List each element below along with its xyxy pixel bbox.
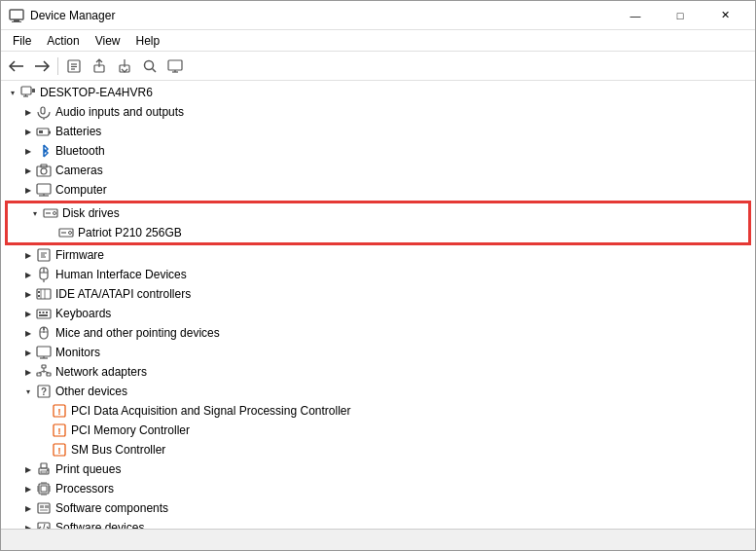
svg-rect-18: [41, 107, 45, 114]
pci-data-label: PCI Data Acquisition and Signal Processi…: [71, 404, 350, 418]
svg-rect-44: [38, 295, 40, 297]
menu-action[interactable]: Action: [39, 32, 87, 50]
root-expand[interactable]: ▾: [5, 85, 20, 100]
list-item[interactable]: Patriot P210 256GB: [8, 223, 748, 242]
svg-rect-46: [39, 312, 41, 313]
menu-bar: File Action View Help: [1, 30, 755, 52]
device-tree[interactable]: ▾ DESKTOP-EA4HVR6 ▶: [1, 81, 755, 529]
other-expand[interactable]: ▾: [20, 384, 36, 399]
svg-point-9: [145, 60, 154, 69]
keyboard-icon: [36, 306, 52, 321]
audio-expand[interactable]: ▶: [20, 104, 36, 120]
svg-point-24: [41, 168, 47, 174]
monitor-button[interactable]: [163, 55, 187, 78]
hid-expand[interactable]: ▶: [20, 267, 36, 282]
network-icon: [36, 364, 52, 380]
hid-label: Human Interface Devices: [55, 268, 187, 281]
audio-icon: [36, 104, 52, 120]
pci-memory-label: PCI Memory Controller: [71, 423, 190, 437]
audio-label: Audio inputs and outputs: [55, 105, 184, 119]
processors-expand[interactable]: ▶: [20, 481, 36, 496]
softwarecomp-label: Software components: [55, 501, 168, 515]
list-item[interactable]: ▶ Monitors: [1, 343, 755, 362]
patriot-label: Patriot P210 256GB: [78, 226, 182, 239]
list-item[interactable]: ▶ Network adapters: [1, 362, 755, 382]
update-driver-button[interactable]: [88, 55, 111, 78]
svg-rect-21: [49, 131, 51, 134]
list-item[interactable]: ! PCI Data Acquisition and Signal Proces…: [1, 401, 755, 421]
svg-rect-40: [37, 289, 51, 299]
scan-button[interactable]: [138, 55, 162, 78]
list-item[interactable]: ▶ Software devices: [1, 518, 755, 529]
svg-rect-73: [41, 471, 47, 473]
menu-view[interactable]: View: [88, 32, 128, 50]
svg-point-33: [69, 232, 72, 235]
list-item[interactable]: ! SM Bus Controller: [1, 440, 755, 459]
keyboards-label: Keyboards: [55, 307, 111, 320]
list-item[interactable]: ▶ Print queues: [1, 459, 755, 479]
list-item[interactable]: ▶ Computer: [1, 180, 755, 200]
list-item[interactable]: ▶ Firmware: [1, 245, 755, 265]
softwaredev-expand[interactable]: ▶: [20, 520, 36, 529]
maximize-button[interactable]: □: [658, 1, 702, 30]
svg-line-61: [39, 371, 44, 373]
properties-button[interactable]: [62, 55, 86, 78]
list-item[interactable]: ▶ IDE ATA/ATAPI controllers: [1, 284, 755, 304]
menu-help[interactable]: Help: [128, 32, 168, 50]
list-item[interactable]: ▶ Software components: [1, 498, 755, 518]
forward-button[interactable]: [30, 55, 54, 78]
root-label: DESKTOP-EA4HVR6: [40, 86, 153, 99]
tree-root[interactable]: ▾ DESKTOP-EA4HVR6: [1, 83, 755, 102]
list-item[interactable]: ▶ Batteries: [1, 122, 755, 141]
ide-expand[interactable]: ▶: [20, 286, 36, 302]
list-item[interactable]: ▾ Disk drives: [8, 203, 748, 223]
computer-label: Computer: [55, 183, 107, 197]
keyboards-expand[interactable]: ▶: [20, 306, 36, 321]
svg-point-30: [54, 212, 56, 215]
bluetooth-expand[interactable]: ▶: [20, 143, 36, 159]
list-item[interactable]: ▶ Processors: [1, 479, 755, 498]
list-item[interactable]: ▶ Audio inputs and outputs: [1, 102, 755, 122]
uninstall-button[interactable]: [113, 55, 136, 78]
minimize-button[interactable]: —: [613, 1, 658, 30]
mice-label: Mice and other pointing devices: [55, 326, 220, 340]
mice-expand[interactable]: ▶: [20, 325, 36, 341]
svg-rect-11: [168, 60, 182, 70]
svg-rect-43: [38, 291, 40, 293]
cameras-expand[interactable]: ▶: [20, 163, 36, 178]
battery-icon: [36, 124, 52, 139]
svg-rect-22: [39, 130, 43, 133]
softwaredev-label: Software devices: [55, 521, 144, 529]
monitors-expand[interactable]: ▶: [20, 345, 36, 360]
menu-file[interactable]: File: [5, 32, 39, 50]
svg-text:?: ?: [41, 386, 47, 397]
print-icon: [36, 461, 52, 477]
back-button[interactable]: [5, 55, 28, 78]
processors-icon: [36, 481, 52, 496]
firmware-label: Firmware: [55, 248, 104, 262]
close-button[interactable]: ✕: [702, 1, 747, 30]
list-item[interactable]: ▶ Keyboards: [1, 304, 755, 323]
svg-rect-58: [37, 373, 41, 376]
toolbar: [1, 52, 755, 81]
monitors-icon: [36, 345, 52, 360]
batteries-expand[interactable]: ▶: [20, 124, 36, 139]
list-item[interactable]: ▶ Bluetooth: [1, 141, 755, 161]
list-item[interactable]: ▶ Mice and other pointing devices: [1, 323, 755, 343]
list-item[interactable]: ▶ Human Interface Devices: [1, 265, 755, 284]
bluetooth-icon: [36, 143, 52, 159]
svg-line-10: [153, 68, 157, 72]
status-bar: [1, 529, 755, 550]
print-expand[interactable]: ▶: [20, 461, 36, 477]
softwarecomp-expand[interactable]: ▶: [20, 500, 36, 516]
network-label: Network adapters: [55, 365, 147, 379]
diskdrives-expand[interactable]: ▾: [27, 205, 43, 221]
list-item[interactable]: ▾ ? Other devices: [1, 382, 755, 401]
svg-rect-57: [42, 365, 46, 368]
computer-expand[interactable]: ▶: [20, 182, 36, 198]
list-item[interactable]: ! PCI Memory Controller: [1, 421, 755, 440]
firmware-expand[interactable]: ▶: [20, 247, 36, 263]
list-item[interactable]: ▶ Cameras: [1, 161, 755, 180]
network-expand[interactable]: ▶: [20, 364, 36, 380]
title-text: Device Manager: [30, 9, 613, 22]
